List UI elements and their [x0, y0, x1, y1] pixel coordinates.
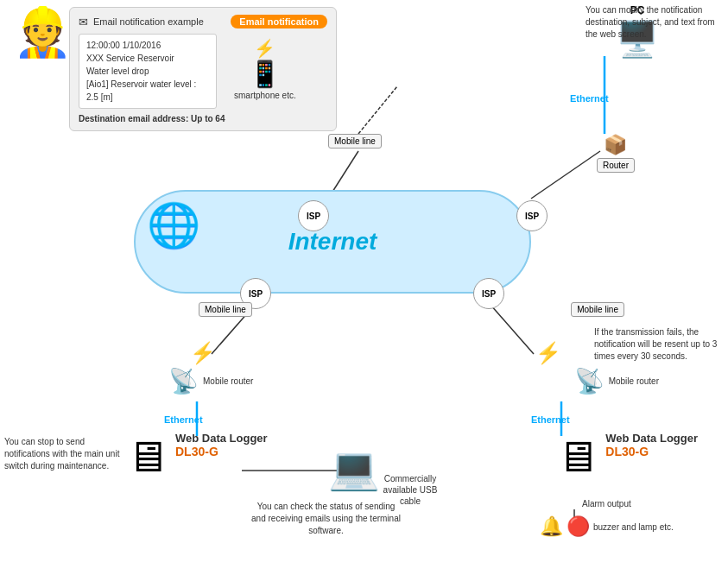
pc-description: You can modify the notification destinat…: [586, 4, 724, 41]
router-device-right: 📡: [574, 367, 605, 395]
notif-line1: 12:00:00 1/10/2016: [86, 39, 209, 52]
smartphone-area: ⚡ 📱 smartphone etc.: [234, 38, 296, 100]
mobile-line-right: Mobile line: [571, 302, 624, 317]
wdl-right: 🖥 Web Data Logger DL30-G: [555, 432, 698, 482]
lightning-icon: ⚡: [254, 38, 275, 59]
mobile-line-left-label: Mobile line: [205, 305, 246, 314]
ethernet-label-top: Ethernet: [570, 93, 609, 104]
lamp-icon: 🔴: [567, 515, 590, 538]
notif-line3: Water level drop: [86, 65, 209, 78]
mobile-router-right: 📡 Mobile router: [574, 367, 659, 395]
wdl-device-left: 🖥: [125, 432, 168, 482]
alarm-label: Alarm output: [540, 499, 674, 509]
svg-line-7: [491, 305, 534, 354]
isp-node-bottom-right: ISP: [473, 278, 504, 309]
router-area: 📦 Router: [597, 134, 635, 173]
notif-line4: [Aio1] Reservoir water level : 2.5 [m]: [86, 78, 209, 104]
globe-icon: 🌐: [147, 200, 200, 250]
svg-line-3: [358, 86, 397, 134]
mobile-line-top: Mobile line: [328, 134, 382, 148]
mobile-line-top-label: Mobile line: [334, 136, 376, 146]
mobile-line-box: Mobile line: [328, 134, 382, 148]
mobile-line-right-label: Mobile line: [577, 305, 618, 314]
wdl-left-model: DL30-G: [175, 445, 268, 458]
wdl-left-title: Web Data Logger: [175, 432, 268, 445]
dest-email-label: Destination email address: Up to 64: [79, 114, 327, 123]
wdl-right-model: DL30-G: [605, 445, 698, 458]
wdl-left: 🖥 Web Data Logger DL30-G: [125, 432, 268, 482]
router-device-left: 📡: [168, 367, 199, 395]
laptop-area: 💻: [328, 445, 380, 493]
svg-line-1: [531, 151, 600, 199]
ethernet-label-left: Ethernet: [164, 414, 203, 425]
notification-header: ✉ Email notification example Email notif…: [79, 15, 327, 28]
router-box: Router: [597, 158, 635, 173]
smartphone-icon: 📱: [249, 59, 281, 89]
email-icon: ✉: [79, 16, 88, 28]
ethernet-label-right: Ethernet: [531, 414, 570, 425]
router-icon: 📦: [597, 134, 635, 156]
mobile-line-right-box: Mobile line: [571, 302, 624, 317]
wdl-left-info: Web Data Logger DL30-G: [175, 432, 268, 458]
smartphone-label: smartphone etc.: [234, 91, 296, 100]
laptop-icon: 💻: [328, 445, 380, 493]
isp-node-top-left: ISP: [298, 200, 329, 231]
internet-label: Internet: [288, 228, 377, 256]
desc-laptop: You can check the status of sending and …: [250, 501, 402, 537]
email-example-label: Email notification example: [93, 16, 204, 27]
lightning-right: ⚡: [535, 341, 561, 365]
mobile-line-left-box: Mobile line: [199, 302, 252, 317]
buzzer-label: buzzer and lamp etc.: [593, 522, 674, 532]
mobile-router-left-label: Mobile router: [203, 376, 253, 386]
wdl-right-title: Web Data Logger: [605, 432, 698, 445]
wdl-right-info: Web Data Logger DL30-G: [605, 432, 698, 458]
notification-box: ✉ Email notification example Email notif…: [69, 7, 337, 131]
notification-content: 12:00:00 1/10/2016 XXX Service Reservoir…: [79, 34, 217, 109]
lightning-left: ⚡: [190, 341, 216, 365]
worker-icon: 👷: [13, 9, 73, 56]
mobile-line-left: Mobile line: [199, 302, 252, 317]
alarm-output-area: Alarm output 🔔 🔴 buzzer and lamp etc.: [540, 499, 674, 538]
wdl-device-right: 🖥: [555, 432, 598, 482]
email-badge: Email notification: [231, 15, 327, 28]
mobile-router-right-label: Mobile router: [609, 376, 659, 386]
buzzer-icon: 🔔: [540, 515, 563, 538]
mobile-router-left: 📡 Mobile router: [168, 367, 253, 395]
router-label: Router: [603, 161, 629, 170]
desc-left-bottom: You can stop to send notifications with …: [4, 436, 125, 472]
desc-right-top: If the transmission fails, the notificat…: [594, 326, 724, 363]
isp-node-top-right: ISP: [516, 200, 548, 231]
notif-line2: XXX Service Reservoir: [86, 52, 209, 65]
